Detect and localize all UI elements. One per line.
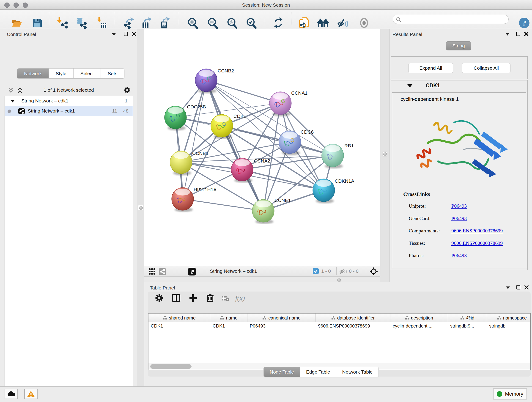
table-hscrollbar-thumb[interactable] <box>150 364 191 369</box>
table-cell[interactable]: CDK1 <box>148 322 210 331</box>
network-collection-row[interactable]: String Network – cdk1 1 <box>5 96 133 106</box>
column-header-@id[interactable]: @id <box>448 313 487 322</box>
edge-CCNE1-HIST1H1A[interactable] <box>183 199 263 211</box>
collection-expand-icon[interactable] <box>10 100 15 102</box>
edge-CCNB2-CCNA1[interactable] <box>206 80 280 103</box>
crosslink-link[interactable]: 9606.ENSP00000378699 <box>451 228 503 234</box>
panel-menu-icon[interactable] <box>506 287 510 289</box>
show-columns-icon[interactable] <box>172 293 181 303</box>
panel-float-icon[interactable] <box>124 32 128 36</box>
column-header-database-identifier[interactable]: database identifier <box>316 313 390 322</box>
help-icon[interactable]: ? <box>518 17 530 29</box>
open-session-icon[interactable] <box>11 17 23 29</box>
left-splitter[interactable] <box>137 29 144 386</box>
table-cell[interactable]: stringdb:9... <box>448 322 487 331</box>
table-options-gear-icon[interactable] <box>155 293 164 303</box>
column-header-description[interactable]: description <box>390 313 448 322</box>
crosslink-link[interactable]: P06493 <box>451 203 467 209</box>
column-header-shared-name[interactable]: shared name <box>148 313 210 322</box>
network-table-splitter-strip[interactable] <box>144 277 380 282</box>
crosslink-link[interactable]: P06493 <box>451 216 467 221</box>
open-in-window-icon[interactable] <box>188 268 196 276</box>
search-network-icon[interactable] <box>317 17 329 29</box>
cloud-button[interactable] <box>5 389 18 399</box>
node-gloss <box>173 152 189 159</box>
node-CCNB2[interactable]: CCNB2 <box>195 68 234 93</box>
network-row-selected[interactable]: String Network – cdk1 11 48 <box>5 106 133 116</box>
fit-selected-crosshair-icon[interactable] <box>369 267 378 276</box>
table-row[interactable]: CDK1CDK1P064939606.ENSP00000378699cyclin… <box>148 322 531 331</box>
network-canvas[interactable]: CCNB2CDC25BCDK1CCNA1CDC6RB1CCNB1CCNA2CDK… <box>144 29 380 266</box>
panel-menu-icon[interactable] <box>112 33 116 36</box>
column-header-name[interactable]: name <box>210 313 247 322</box>
tab-select[interactable]: Select <box>74 69 101 78</box>
left-splitter-handle[interactable] <box>138 205 143 210</box>
table-cell[interactable]: cyclin-dependent ... <box>390 322 448 331</box>
column-header-namespace[interactable]: namespace <box>487 313 531 322</box>
node-HIST1H1A[interactable]: HIST1H1A <box>172 187 216 212</box>
tab-sets[interactable]: Sets <box>101 69 124 78</box>
import-table-file-icon[interactable] <box>96 17 108 29</box>
entry-collapse-icon[interactable] <box>407 84 412 87</box>
column-header-canonical-name[interactable]: canonical name <box>247 313 316 322</box>
node-RB1[interactable]: RB1 <box>322 143 354 168</box>
tab-edge-table[interactable]: Edge Table <box>300 367 336 377</box>
search-input[interactable] <box>403 16 504 23</box>
network-share-icon[interactable] <box>158 268 166 275</box>
panel-float-icon[interactable] <box>516 32 520 36</box>
node-CCNA2[interactable]: CCNA2 <box>231 158 270 183</box>
edge-CDK1-RB1[interactable] <box>222 126 333 155</box>
tab-node-table[interactable]: Node Table <box>264 367 300 377</box>
hide-details-icon[interactable] <box>337 17 349 29</box>
entry-header[interactable]: CDK1 <box>391 80 527 91</box>
panel-close-icon[interactable] <box>132 32 137 36</box>
right-splitter[interactable] <box>380 29 389 282</box>
import-network-database-icon[interactable] <box>75 17 87 29</box>
zoom-selected-icon[interactable] <box>245 17 257 29</box>
zoom-fit-icon[interactable] <box>226 17 238 29</box>
panel-float-icon[interactable] <box>516 285 520 289</box>
tab-network[interactable]: Network <box>17 69 49 78</box>
table-cell[interactable]: CDK1 <box>210 322 247 331</box>
panel-close-icon[interactable] <box>524 32 529 36</box>
grid-view-icon[interactable] <box>148 268 156 275</box>
edge-CCNB2-HIST1H1A[interactable] <box>183 80 206 199</box>
memory-button[interactable]: Memory <box>493 389 527 400</box>
node-CDC6[interactable]: CDC6 <box>279 129 314 155</box>
network-options-gear-icon[interactable] <box>123 86 131 94</box>
refresh-icon[interactable] <box>272 17 284 29</box>
show-details-icon[interactable] <box>358 17 370 29</box>
table-cell[interactable]: 9606.ENSP00000378699 <box>316 322 390 331</box>
node-CDC25B[interactable]: CDC25B <box>165 104 206 130</box>
node-table[interactable]: shared namenamecanonical namedatabase id… <box>148 313 531 370</box>
node-CCNE1[interactable]: CCNE1 <box>252 198 291 224</box>
panel-close-icon[interactable] <box>524 285 529 290</box>
node-CDKN1A[interactable]: CDKN1A <box>313 178 354 203</box>
zoom-out-icon[interactable] <box>206 17 218 29</box>
selected-checkbox-icon[interactable] <box>313 268 319 274</box>
tab-string[interactable]: String <box>446 41 471 51</box>
export-network-icon[interactable] <box>123 17 135 29</box>
crosslink-link[interactable]: 9606.ENSP00000378699 <box>451 240 503 246</box>
export-image-icon[interactable] <box>159 17 171 29</box>
expand-all-button[interactable]: Expand All <box>408 63 453 73</box>
node-CCNA1[interactable]: CCNA1 <box>269 90 307 116</box>
table-cell[interactable]: P06493 <box>247 322 316 331</box>
right-splitter-handle[interactable] <box>382 152 387 157</box>
save-session-icon[interactable] <box>31 17 43 29</box>
collapse-all-button[interactable]: Collapse All <box>462 63 510 73</box>
horizontal-splitter-handle[interactable] <box>337 279 341 282</box>
import-network-file-icon[interactable] <box>56 17 68 29</box>
crosslink-link[interactable]: P06493 <box>451 253 467 259</box>
delete-column-icon[interactable] <box>206 293 215 303</box>
clone-network-icon[interactable] <box>298 17 310 29</box>
tab-network-table[interactable]: Network Table <box>336 367 379 377</box>
warnings-button[interactable] <box>24 389 38 399</box>
zoom-in-icon[interactable] <box>186 17 198 29</box>
export-table-icon[interactable] <box>141 17 152 29</box>
panel-menu-icon[interactable] <box>505 33 510 36</box>
create-column-icon[interactable] <box>189 293 198 303</box>
hidden-node-edge-counts: 0 - 0 <box>349 268 359 274</box>
tab-style[interactable]: Style <box>49 69 74 78</box>
table-cell[interactable]: stringdb <box>487 322 531 331</box>
